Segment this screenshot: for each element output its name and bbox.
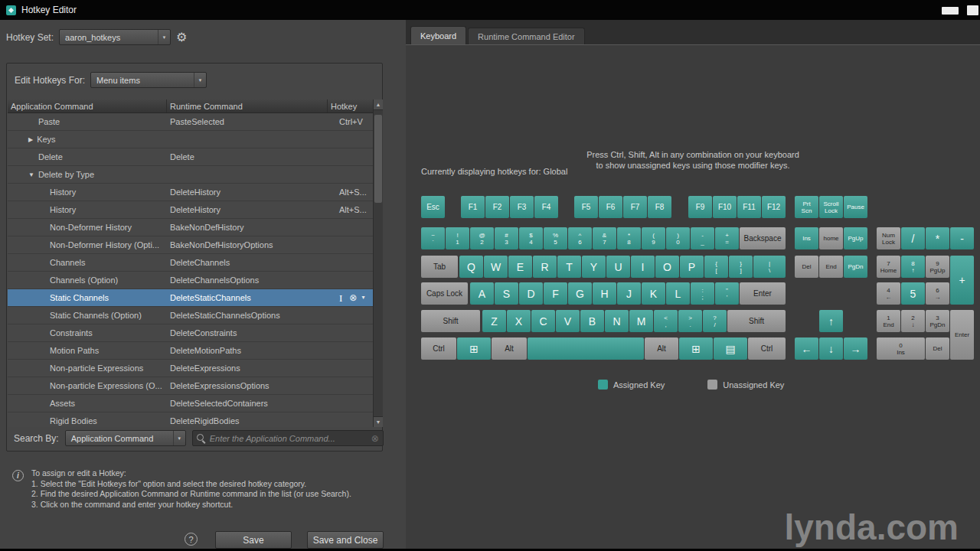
key-comma[interactable]: < , <box>654 310 678 332</box>
key-u[interactable]: U <box>606 256 630 278</box>
table-row[interactable]: DeleteDelete <box>8 148 373 166</box>
table-row[interactable]: Non-particle Expressions (O...DeleteExpr… <box>8 377 373 395</box>
key-z[interactable]: Z <box>482 310 506 332</box>
key-digit-5[interactable]: % 5 <box>544 227 567 249</box>
key-semicolon[interactable]: : ; <box>691 282 714 305</box>
key-numpad-8[interactable]: 8 ↑ <box>901 256 925 278</box>
key-numpad-5[interactable]: 5 <box>901 282 925 305</box>
help-icon[interactable]: ? <box>185 533 198 546</box>
key-minus[interactable]: - _ <box>691 227 714 249</box>
key-digit-0[interactable]: ) 0 <box>666 227 690 249</box>
key-arrow-up[interactable]: ↑ <box>819 310 843 332</box>
key-v[interactable]: V <box>556 310 580 332</box>
key-e[interactable]: E <box>508 256 532 278</box>
key-f9[interactable]: F9 <box>688 196 712 218</box>
key-f3[interactable]: F3 <box>510 196 534 218</box>
clear-search-icon[interactable]: ⊗ <box>371 434 379 443</box>
table-row[interactable]: Non-Deformer HistoryBakeNonDefHistory <box>8 219 373 236</box>
key-tab[interactable]: Tab <box>421 256 458 278</box>
edit-hotkeys-for-dropdown[interactable]: Menu items ▼ <box>90 72 207 88</box>
scroll-up-icon[interactable]: ▲ <box>374 99 383 110</box>
key-win-left[interactable]: ⊞ <box>457 337 491 360</box>
hotkey-options-icon[interactable]: ▾ <box>361 295 364 301</box>
key-digit-2[interactable]: @ 2 <box>470 227 494 249</box>
chevron-down-icon[interactable]: ▼ <box>194 73 206 87</box>
key-digit-7[interactable]: & 7 <box>593 227 616 249</box>
key-x[interactable]: X <box>507 310 531 332</box>
key-f4[interactable]: F4 <box>534 196 558 218</box>
key-f[interactable]: F <box>544 282 567 305</box>
key-numpad-4[interactable]: 4 ← <box>877 282 900 305</box>
search-by-dropdown[interactable]: Application Command ▼ <box>65 430 186 446</box>
key-shift-left[interactable]: Shift <box>421 310 480 332</box>
key-page-down[interactable]: PgDn <box>844 256 867 278</box>
key-digit-9[interactable]: ( 9 <box>642 227 665 249</box>
key-print-screen[interactable]: Prt Scn <box>795 196 818 218</box>
table-row[interactable]: ChannelsDeleteChannels <box>8 254 373 272</box>
key-digit-8[interactable]: * 8 <box>617 227 641 249</box>
table-scrollbar[interactable]: ▲ ▼ <box>373 99 383 427</box>
key-shift-right[interactable]: Shift <box>727 310 786 332</box>
key-pause[interactable]: Pause <box>844 196 867 218</box>
table-row[interactable]: Static Channels (Option)DeleteStaticChan… <box>8 307 373 324</box>
key-numpad-del[interactable]: Del <box>926 337 949 360</box>
key-d[interactable]: D <box>519 282 543 305</box>
key-numpad-0[interactable]: 0 Ins <box>877 337 925 360</box>
key-n[interactable]: N <box>605 310 629 332</box>
key-win-right[interactable]: ⊞ <box>679 337 713 360</box>
key-j[interactable]: J <box>617 282 641 305</box>
key-enter[interactable]: Enter <box>740 282 786 305</box>
key-numpad-minus[interactable]: - <box>950 227 974 249</box>
key-f5[interactable]: F5 <box>574 196 598 218</box>
minimize-button[interactable] <box>942 7 959 15</box>
key-g[interactable]: G <box>568 282 592 305</box>
expanded-triangle-icon[interactable]: ▼ <box>28 171 34 178</box>
key-w[interactable]: W <box>484 256 508 278</box>
key-q[interactable]: Q <box>459 256 483 278</box>
key-k[interactable]: K <box>642 282 665 305</box>
key-alt-right[interactable]: Alt <box>645 337 678 360</box>
key-space[interactable] <box>528 337 644 360</box>
key-esc[interactable]: Esc <box>421 196 445 218</box>
table-row[interactable]: AssetsDeleteSelectedContainers <box>8 395 373 412</box>
key-l[interactable]: L <box>666 282 690 305</box>
key-numpad-2[interactable]: 2 ↓ <box>901 310 925 332</box>
table-row[interactable]: ▶Keys <box>8 131 373 148</box>
key-y[interactable]: Y <box>582 256 606 278</box>
key-alt-left[interactable]: Alt <box>492 337 527 360</box>
search-input[interactable] <box>210 434 368 443</box>
chevron-down-icon[interactable]: ▼ <box>158 30 170 44</box>
key-a[interactable]: A <box>470 282 494 305</box>
key-numpad-3[interactable]: 3 PgDn <box>926 310 949 332</box>
key-caps-lock[interactable]: Caps Lock <box>421 282 468 305</box>
key-f2[interactable]: F2 <box>485 196 509 218</box>
key-f10[interactable]: F10 <box>713 196 737 218</box>
key-equals[interactable]: + = <box>715 227 739 249</box>
scrollbar-thumb[interactable] <box>374 115 382 203</box>
key-o[interactable]: O <box>655 256 679 278</box>
key-numpad-divide[interactable]: / <box>901 227 925 249</box>
key-f1[interactable]: F1 <box>461 196 485 218</box>
key-f8[interactable]: F8 <box>648 196 671 218</box>
table-row[interactable]: Static ChannelsDeleteStaticChannelsI⊗▾ <box>8 289 373 307</box>
table-row[interactable]: Channels (Option)DeleteChannelsOptions <box>8 272 373 289</box>
scroll-down-icon[interactable]: ▼ <box>374 416 383 427</box>
key-numpad-6[interactable]: 6 → <box>926 282 949 305</box>
key-m[interactable]: M <box>629 310 653 332</box>
key-delete[interactable]: Del <box>795 256 818 278</box>
key-backspace[interactable]: Backspace <box>740 227 786 249</box>
key-numpad-plus[interactable]: + <box>950 256 974 305</box>
key-digit-1[interactable]: ! 1 <box>446 227 469 249</box>
chevron-down-icon[interactable]: ▼ <box>173 431 185 445</box>
table-row[interactable]: Motion PathsDeleteMotionPaths <box>8 342 373 360</box>
table-row[interactable]: Non-Deformer History (Opti...BakeNonDefH… <box>8 236 373 254</box>
table-row[interactable]: Non-particle ExpressionsDeleteExpression… <box>8 360 373 377</box>
key-h[interactable]: H <box>593 282 616 305</box>
key-page-up[interactable]: PgUp <box>844 227 867 249</box>
table-row[interactable]: HistoryDeleteHistoryAlt+S... <box>8 184 373 201</box>
tab-runtime-command-editor[interactable]: Runtime Command Editor <box>468 28 585 44</box>
key-r[interactable]: R <box>533 256 557 278</box>
key-f12[interactable]: F12 <box>762 196 786 218</box>
key-end[interactable]: End <box>819 256 843 278</box>
key-ctrl-left[interactable]: Ctrl <box>421 337 456 360</box>
